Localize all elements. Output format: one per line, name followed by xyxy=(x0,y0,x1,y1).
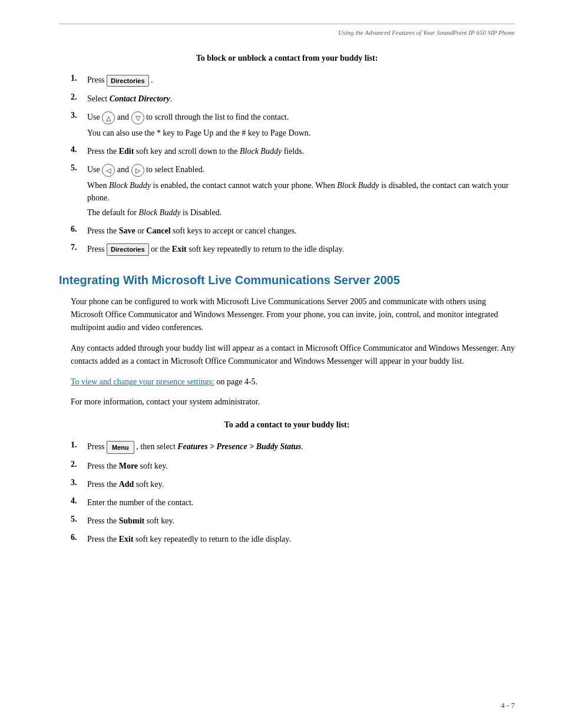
add-step-3: 3. Press the Add soft key. xyxy=(71,478,515,490)
step-content-3: Use △ and ▽ to scroll through the list t… xyxy=(87,111,515,139)
exit-label-1: Exit xyxy=(172,245,187,253)
add-step-content-3: Press the Add soft key. xyxy=(87,478,515,490)
add-step-num-2: 2. xyxy=(71,460,87,469)
step-content-6: Press the Save or Cancel soft keys to ac… xyxy=(87,225,515,237)
header-rule xyxy=(59,24,515,24)
exit-label-2: Exit xyxy=(119,535,134,543)
page: Using the Advanced Features of Your Soun… xyxy=(0,0,562,728)
block-step-1: 1. Press Directories . xyxy=(71,74,515,87)
add-step-num-5: 5. xyxy=(71,515,87,524)
step-3-subtext: You can also use the * key to Page Up an… xyxy=(87,127,515,139)
block-step-3: 3. Use △ and ▽ to scroll through the lis… xyxy=(71,111,515,139)
add-section-heading: To add a contact to your buddy list: xyxy=(59,420,515,430)
block-step-5: 5. Use ◁ and ▷ to select Enabled. When B… xyxy=(71,163,515,219)
header-text: Using the Advanced Features of Your Soun… xyxy=(59,29,515,36)
add-label: Add xyxy=(119,480,134,489)
down-arrow-icon: ▽ xyxy=(131,111,144,124)
add-step-2: 2. Press the More soft key. xyxy=(71,460,515,472)
menu-button: Menu xyxy=(107,441,134,454)
step-num-4: 4. xyxy=(71,145,87,154)
step-content-2: Select Contact Directory. xyxy=(87,93,515,105)
add-step-num-1: 1. xyxy=(71,440,87,450)
integrating-para-2: Any contacts added through your buddy li… xyxy=(71,342,515,368)
block-buddy-label-3: Block Buddy xyxy=(337,181,379,190)
integrating-para-4: For more information, contact your syste… xyxy=(71,396,515,409)
edit-label: Edit xyxy=(119,147,134,156)
block-step-4: 4. Press the Edit soft key and scroll do… xyxy=(71,145,515,157)
step-num-5: 5. xyxy=(71,163,87,173)
step-num-3: 3. xyxy=(71,111,87,120)
cancel-label: Cancel xyxy=(146,226,170,235)
block-steps-list: 1. Press Directories . 2. Select Contact… xyxy=(71,74,515,256)
add-step-content-1: Press Menu , then select Features > Pres… xyxy=(87,440,515,454)
add-step-content-2: Press the More soft key. xyxy=(87,460,515,472)
block-buddy-label-1: Block Buddy xyxy=(240,147,282,156)
left-arrow-icon: ◁ xyxy=(102,164,115,177)
add-step-1: 1. Press Menu , then select Features > P… xyxy=(71,440,515,454)
add-step-num-3: 3. xyxy=(71,478,87,487)
submit-label: Submit xyxy=(119,516,145,525)
add-step-5: 5. Press the Submit soft key. xyxy=(71,515,515,527)
step-content-7: Press Directories or the Exit soft key r… xyxy=(87,243,515,256)
block-step-7: 7. Press Directories or the Exit soft ke… xyxy=(71,243,515,256)
add-step-4: 4. Enter the number of the contact. xyxy=(71,496,515,509)
page-number: 4 - 7 xyxy=(501,701,515,710)
step-5-subtext1: When Block Buddy is enabled, the contact… xyxy=(87,179,515,204)
directories-button-2: Directories xyxy=(107,243,148,256)
add-steps-list: 1. Press Menu , then select Features > P… xyxy=(71,440,515,545)
add-step-content-6: Press the Exit soft key repeatedly to re… xyxy=(87,533,515,545)
step-5-subtext2: The default for Block Buddy is Disabled. xyxy=(87,206,515,219)
save-label: Save xyxy=(119,226,135,235)
right-arrow-icon: ▷ xyxy=(131,164,144,177)
step-num-2: 2. xyxy=(71,93,87,102)
more-label: More xyxy=(119,462,138,470)
step-content-4: Press the Edit soft key and scroll down … xyxy=(87,145,515,157)
presence-link[interactable]: To view and change your presence setting… xyxy=(71,377,214,386)
add-step-content-4: Enter the number of the contact. xyxy=(87,496,515,509)
step-num-6: 6. xyxy=(71,225,87,234)
block-buddy-label-4: Block Buddy xyxy=(138,208,180,217)
add-step-num-4: 4. xyxy=(71,496,87,506)
add-step-num-6: 6. xyxy=(71,533,87,542)
integrating-para-1: Your phone can be configured to work wit… xyxy=(71,295,515,335)
up-arrow-icon: △ xyxy=(102,111,115,124)
add-step-content-5: Press the Submit soft key. xyxy=(87,515,515,527)
block-step-6: 6. Press the Save or Cancel soft keys to… xyxy=(71,225,515,237)
features-presence-label: Features > Presence > Buddy Status xyxy=(177,442,301,451)
integrating-section-title: Integrating With Microsoft Live Communic… xyxy=(59,274,515,287)
block-section-heading: To block or unblock a contact from your … xyxy=(59,54,515,63)
block-step-2: 2. Select Contact Directory. xyxy=(71,93,515,105)
directories-button-1: Directories xyxy=(107,75,148,87)
add-step-6: 6. Press the Exit soft key repeatedly to… xyxy=(71,533,515,545)
step-content-5: Use ◁ and ▷ to select Enabled. When Bloc… xyxy=(87,163,515,219)
block-buddy-label-2: Block Buddy xyxy=(109,181,151,190)
step-content-1: Press Directories . xyxy=(87,74,515,87)
integrating-para-3: To view and change your presence setting… xyxy=(71,375,515,388)
contact-directory-label: Contact Directory xyxy=(110,94,170,103)
step-num-7: 7. xyxy=(71,243,87,252)
step-num-1: 1. xyxy=(71,74,87,83)
